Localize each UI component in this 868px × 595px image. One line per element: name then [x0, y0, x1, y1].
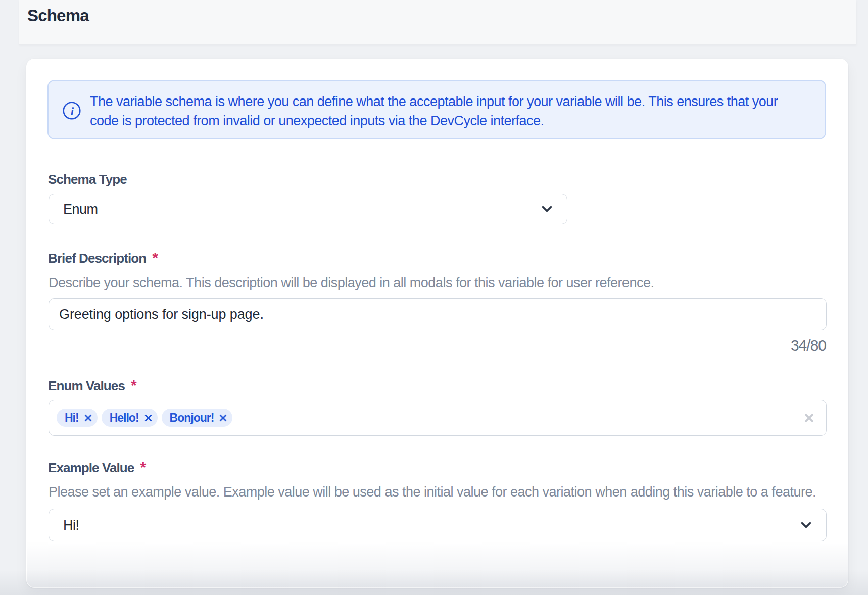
- svg-text:i: i: [71, 105, 74, 118]
